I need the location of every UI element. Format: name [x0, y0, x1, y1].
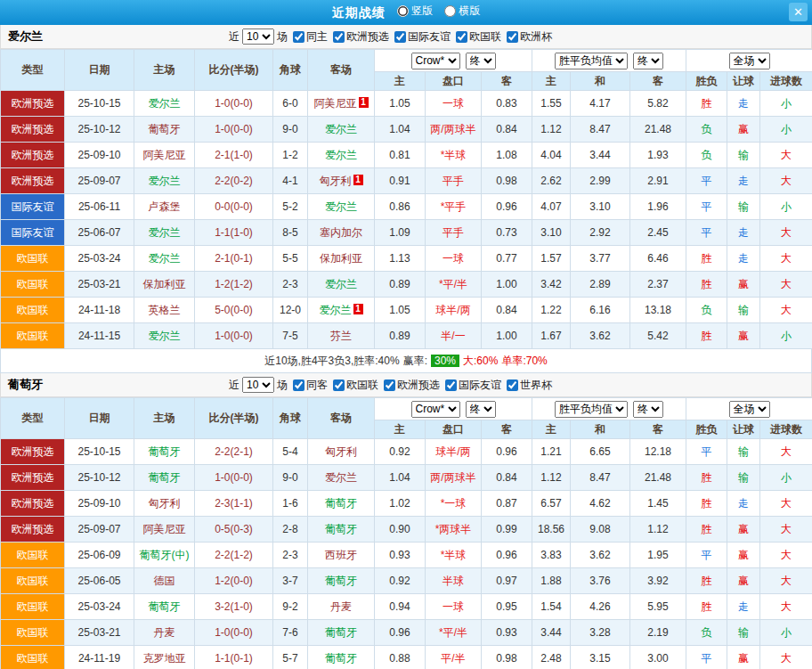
match-count-select[interactable]: 10: [242, 377, 274, 393]
column-header: 主: [532, 72, 571, 91]
handicap-away-odds: 0.99: [482, 517, 532, 543]
league-filter[interactable]: 欧洲杯: [507, 29, 552, 45]
europe-final-select[interactable]: 终: [633, 53, 663, 69]
date-cell: 25-10-15: [65, 91, 134, 117]
bookmaker-select[interactable]: Crow*: [411, 53, 460, 69]
handicap-final-select[interactable]: 终: [466, 53, 496, 69]
away-team-cell: 葡萄牙: [308, 517, 375, 543]
corners-cell: 2-3: [273, 272, 308, 298]
league-filter[interactable]: 国际友谊: [394, 29, 451, 45]
home-team-cell: 葡萄牙: [134, 594, 195, 620]
match-row: 欧国联24-11-15爱尔兰1-0(0-0)7-5芬兰0.89半/一1.001.…: [1, 323, 812, 349]
result-cell: 胜: [686, 91, 727, 117]
win-odds: 2.62: [532, 168, 571, 194]
home-team-cell: 爱尔兰: [134, 323, 195, 349]
away-team-name: 保加利亚: [320, 252, 362, 265]
away-team-cell: 匈牙利: [308, 439, 375, 465]
metric-select[interactable]: 胜平负均值: [555, 53, 628, 69]
handicap-result-cell: 赢: [727, 323, 760, 349]
win-odds: 3.10: [532, 220, 571, 246]
column-header: 类型: [1, 50, 65, 91]
league-filter[interactable]: 同客: [293, 378, 328, 393]
result-cell: 负: [686, 620, 727, 646]
match-row: 欧洲预选25-09-10匈牙利2-3(1-1)1-6葡萄牙1.02*一球0.87…: [1, 491, 812, 517]
handicap-home-odds: 0.91: [375, 168, 426, 194]
score-cell: 2-1(1-0): [195, 143, 273, 168]
league-filter-checkbox[interactable]: [293, 379, 304, 391]
handicap-result-cell: 赢: [727, 568, 760, 594]
away-team-cell: 葡萄牙: [308, 568, 375, 594]
score-cell: 5-0(0-0): [195, 298, 273, 323]
league-filter[interactable]: 欧洲预选: [384, 378, 440, 393]
away-team-cell: 匈牙利1: [308, 168, 375, 194]
goals-result-cell: 小: [760, 117, 812, 143]
column-header: 和: [571, 420, 630, 439]
handicap-final-select[interactable]: 终: [466, 401, 496, 418]
europe-final-select[interactable]: 终: [633, 401, 663, 418]
lose-odds: 2.19: [630, 620, 686, 646]
league-filter[interactable]: 欧国联: [456, 29, 501, 45]
league-filter[interactable]: 同主: [293, 29, 328, 45]
league-filter-checkbox[interactable]: [384, 379, 395, 391]
result-cell: 胜: [686, 491, 727, 517]
column-header: 角球: [273, 50, 308, 91]
date-cell: 25-10-15: [65, 439, 134, 465]
bookmaker-select[interactable]: Crow*: [411, 401, 460, 418]
league-filter-checkbox[interactable]: [445, 379, 457, 391]
league-cell: 国际友谊: [1, 194, 65, 220]
home-team-name: 爱尔兰: [149, 175, 181, 187]
home-team-name: 保加利亚: [143, 278, 186, 290]
result-cell: 胜: [686, 323, 727, 349]
away-team-name: 匈牙利: [320, 175, 352, 187]
corners-cell: 6-0: [273, 91, 308, 117]
vertical-layout-radio[interactable]: [397, 5, 409, 17]
date-cell: 25-03-21: [65, 620, 134, 646]
league-filter-checkbox[interactable]: [333, 379, 345, 391]
handicap-line: 半球: [426, 568, 482, 594]
league-filter-checkbox[interactable]: [293, 31, 304, 43]
match-row: 欧国联24-11-18英格兰5-0(0-0)12-0爱尔兰11.05球半/两0.…: [1, 298, 812, 323]
result-cell: 胜: [686, 246, 727, 272]
match-row: 欧国联24-11-19克罗地亚1-1(0-1)5-7葡萄牙0.88平/半0.98…: [1, 646, 812, 669]
column-header: 胜负: [686, 72, 727, 91]
away-team-name: 阿美尼亚: [314, 97, 357, 110]
league-filter-checkbox[interactable]: [456, 31, 467, 43]
result-cell: 胜: [686, 272, 727, 298]
league-cell: 欧国联: [1, 620, 65, 646]
near-label: 近: [229, 378, 240, 393]
match-count-select[interactable]: 10: [242, 29, 274, 45]
scope-select[interactable]: 全场: [729, 401, 770, 418]
layout-option-horizontal[interactable]: 横版: [444, 4, 480, 19]
red-card-badge: 1: [353, 175, 363, 185]
away-team-name: 匈牙利: [325, 445, 357, 458]
league-filter-checkbox[interactable]: [507, 379, 518, 391]
league-filter-checkbox[interactable]: [394, 31, 406, 43]
handicap-home-odds: 1.13: [375, 246, 426, 272]
league-filter[interactable]: 世界杯: [507, 378, 552, 393]
handicap-away-odds: 0.98: [482, 646, 532, 669]
close-button[interactable]: ✕: [789, 3, 808, 21]
lose-odds: 1.45: [630, 491, 686, 517]
league-filter[interactable]: 国际友谊: [445, 378, 501, 393]
red-card-badge: 1: [353, 304, 363, 314]
result-cell: 胜: [686, 517, 727, 543]
home-team-cell: 阿美尼亚: [134, 143, 195, 168]
league-filter[interactable]: 欧国联: [333, 378, 378, 393]
league-filter-checkbox[interactable]: [333, 31, 345, 43]
scope-select[interactable]: 全场: [729, 53, 770, 69]
horizontal-layout-radio[interactable]: [444, 5, 456, 17]
league-filter-checkbox[interactable]: [507, 31, 518, 43]
goals-result-cell: 大: [760, 246, 812, 272]
win-odds: 2.48: [532, 646, 571, 669]
win-odds: 3.44: [532, 620, 571, 646]
goals-result-cell: 大: [760, 568, 812, 594]
win-odds: 3.83: [532, 543, 571, 568]
handicap-result-cell: 输: [727, 298, 760, 323]
score-cell: 1-0(0-0): [195, 91, 273, 117]
away-team-name: 爱尔兰: [325, 278, 357, 290]
league-filter[interactable]: 欧洲预选: [333, 29, 389, 45]
corners-cell: 1-6: [273, 491, 308, 517]
metric-select[interactable]: 胜平负均值: [555, 401, 628, 418]
result-cell: 负: [686, 298, 727, 323]
layout-option-vertical[interactable]: 竖版: [397, 4, 433, 19]
